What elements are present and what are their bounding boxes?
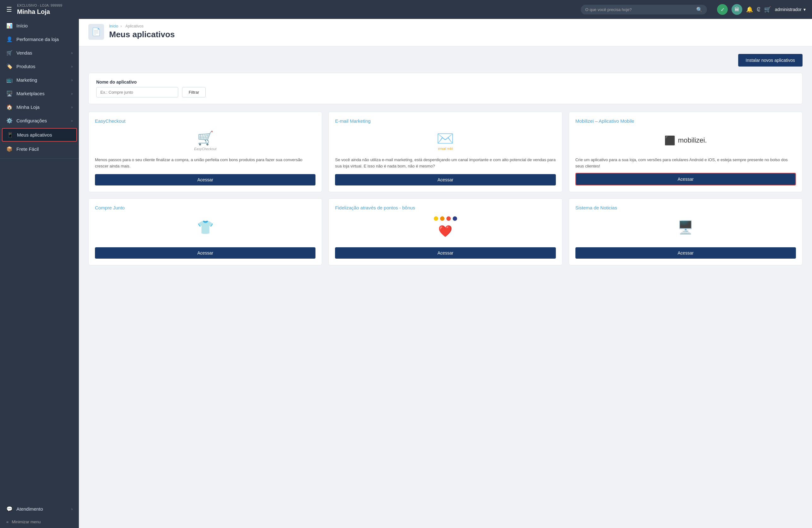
app-card-title: Mobilizei – Aplicativo Mobile — [576, 118, 796, 124]
app-card-image-noticias: 🖥️ — [576, 215, 796, 240]
app-link-mobilizei[interactable]: Mobilizei – Aplicativo Mobile — [576, 118, 634, 123]
search-input[interactable] — [585, 7, 694, 12]
sidebar-item-marketing[interactable]: 📺 Marketing › — [0, 73, 79, 87]
sidebar-item-label: Início — [16, 23, 28, 28]
chevron-right-icon: › — [71, 51, 73, 55]
sidebar: 📊 Início 👤 Performance da loja 🛒 Vendas … — [0, 19, 79, 528]
app-card-desc-easycheckout: Menos passos para o seu cliente finaliza… — [95, 157, 316, 170]
breadcrumb-home[interactable]: Início — [109, 24, 118, 28]
chevron-right-icon: › — [71, 91, 73, 96]
app-card-image-mobilizei: ⬛ mobilizei. — [576, 128, 796, 153]
app-card-title: Fidelização através de pontos - bônus — [335, 205, 555, 211]
page-header-icon: 📄 — [88, 24, 104, 40]
app-link-email-marketing[interactable]: E-mail Marketing — [335, 118, 371, 123]
page-header: 📄 Início › Aplicativos Meus aplicativos — [79, 19, 812, 46]
access-button-compre-junto[interactable]: Acessar — [95, 247, 316, 259]
sidebar-item-label: Performance da loja — [16, 36, 59, 42]
search-bar[interactable]: 🔍 — [581, 5, 707, 15]
bank-icon[interactable]: 🏛 — [731, 4, 742, 15]
app-card-mobilizei: Mobilizei – Aplicativo Mobile ⬛ mobilize… — [569, 112, 802, 192]
app-card-desc-mobilizei: Crie um aplicativo para a sua loja, com … — [576, 157, 796, 169]
access-button-noticias[interactable]: Acessar — [576, 247, 796, 259]
chart-icon: 📊 — [6, 23, 13, 29]
access-button-fidelizacao[interactable]: Acessar — [335, 247, 555, 259]
sidebar-item-label: Frete Fácil — [16, 146, 39, 152]
status-icon-green[interactable]: ✓ — [717, 4, 728, 15]
admin-dropdown[interactable]: administrador ▾ — [775, 7, 806, 12]
sidebar-item-meus-aplicativos[interactable]: 📱 Meus aplicativos — [2, 128, 77, 142]
main-content: 📄 Início › Aplicativos Meus aplicativos … — [79, 19, 812, 528]
chevron-right-icon: › — [71, 119, 73, 123]
top-action: Instalar novos aplicativos — [88, 54, 802, 67]
app-link-fidelizacao[interactable]: Fidelização através de pontos - bônus — [335, 205, 415, 210]
app-link-compre-junto[interactable]: Compre Junto — [95, 205, 125, 210]
user-icon: 👤 — [6, 36, 13, 42]
store-info: EXCLUSIVO - LOJA: 999999 Minha Loja — [17, 3, 62, 15]
filter-input[interactable] — [96, 87, 178, 98]
top-header: ☰ EXCLUSIVO - LOJA: 999999 Minha Loja 🔍 … — [0, 0, 812, 19]
chevron-right-icon: › — [71, 78, 73, 82]
sidebar-item-label: Configurações — [16, 118, 47, 123]
access-button-email[interactable]: Acessar — [335, 174, 555, 186]
app-card-desc-email: Se você ainda não utiliza e-mail marketi… — [335, 157, 555, 170]
cart-graphic-icon: 🛒 — [197, 130, 214, 146]
sidebar-item-atendimento[interactable]: 💬 Atendimento › — [0, 502, 79, 516]
dot-yellow — [434, 216, 438, 221]
sidebar-item-produtos[interactable]: 🏷️ Produtos › — [0, 60, 79, 73]
sidebar-item-performance[interactable]: 👤 Performance da loja — [0, 32, 79, 46]
app-link-easycheckout[interactable]: EasyCheckout — [95, 118, 126, 123]
sidebar-item-vendas[interactable]: 🛒 Vendas › — [0, 46, 79, 60]
app-link-noticias[interactable]: Sistema de Noticias — [576, 205, 618, 210]
sidebar-item-label: Atendimento — [16, 506, 43, 512]
sidebar-item-marketplaces[interactable]: 🖥️ Marketplaces › — [0, 87, 79, 100]
sidebar-item-frete-facil[interactable]: 📦 Frete Fácil — [0, 142, 79, 156]
monitor-icon: 📺 — [6, 77, 13, 83]
access-button-easycheckout[interactable]: Acessar — [95, 174, 316, 186]
hamburger-menu[interactable]: ☰ — [6, 6, 12, 13]
filter-button[interactable]: Filtrar — [182, 87, 206, 98]
heart-icon: ❤️ — [438, 224, 452, 238]
shirt-icon: 👕 — [197, 220, 214, 235]
page-header-text: Início › Aplicativos Meus aplicativos — [109, 24, 802, 40]
box-icon: 📦 — [6, 146, 13, 152]
app-card-image-easycheckout: 🛒 EasyCheckout — [95, 128, 316, 153]
cart-nav-icon: 🛒 — [6, 50, 13, 56]
content-body: Instalar novos aplicativos Nome do aplic… — [79, 46, 812, 273]
email-graphic: ✉️ email mkt — [437, 130, 454, 150]
easycheckout-graphic: 🛒 EasyCheckout — [194, 130, 216, 151]
gear-icon: ⚙️ — [6, 118, 13, 123]
breadcrumb-current: Aplicativos — [125, 24, 143, 28]
install-button[interactable]: Instalar novos aplicativos — [738, 54, 802, 67]
app-card-title: Compre Junto — [95, 205, 316, 211]
dot-blue — [453, 216, 457, 221]
sidebar-bottom: 💬 Atendimento › « Minimizar menu — [0, 502, 79, 528]
app-card-fidelizacao: Fidelização através de pontos - bônus ❤️ — [329, 199, 562, 265]
minimize-menu[interactable]: « Minimizar menu — [0, 516, 79, 528]
dot-orange — [440, 216, 445, 221]
apps-icon: 📱 — [7, 132, 13, 138]
search-icon: 🔍 — [696, 6, 702, 13]
chevron-down-icon: ▾ — [803, 7, 806, 12]
access-button-mobilizei[interactable]: Acessar — [576, 173, 796, 186]
sidebar-item-configuracoes[interactable]: ⚙️ Configurações › — [0, 114, 79, 128]
mobilizei-graphic: ⬛ mobilizei. — [664, 135, 707, 146]
app-card-title: EasyCheckout — [95, 118, 316, 124]
minimize-icon: « — [6, 519, 9, 524]
apps-grid: EasyCheckout 🛒 EasyCheckout Menos passos… — [88, 112, 802, 265]
home-icon: 🏠 — [6, 104, 13, 110]
sidebar-item-minha-loja[interactable]: 🏠 Minha Loja › — [0, 100, 79, 114]
sidebar-item-inicio[interactable]: 📊 Início — [0, 19, 79, 32]
envelope-icon: ✉️ — [437, 130, 454, 147]
sidebar-divider — [0, 158, 79, 159]
chevron-right-icon: › — [71, 105, 73, 109]
app-card-image-email: ✉️ email mkt — [335, 128, 555, 153]
currency-icon[interactable]: ₢ — [757, 6, 760, 13]
page-title: Meus aplicativos — [109, 30, 802, 40]
mobilizei-logo-icon: ⬛ — [664, 135, 676, 146]
cart-icon[interactable]: 🛒 — [764, 6, 771, 13]
bell-icon[interactable]: 🔔 — [746, 6, 753, 13]
fidelizacao-dots — [434, 216, 457, 221]
filter-label: Nome do aplicativo — [96, 79, 795, 85]
filter-card: Nome do aplicativo Filtrar — [88, 73, 802, 104]
app-card-image-fidelizacao: ❤️ — [335, 215, 555, 240]
